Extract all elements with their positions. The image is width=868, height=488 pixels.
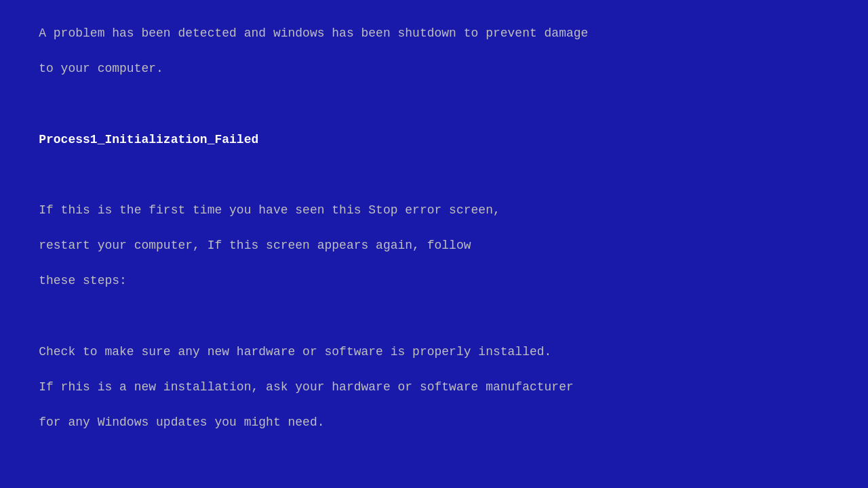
header-line2: to your computer. (39, 62, 163, 75)
para2-line1: Check to make sure any new hardware or s… (39, 345, 551, 359)
para1-line2: restart your computer, If this screen ap… (39, 239, 471, 252)
header-line1: A problem has been detected and windows … (39, 26, 588, 40)
para1-line3: these steps: (39, 274, 127, 287)
para2-line2: If rhis is a new installation, ask your … (39, 380, 574, 394)
error-code: Process1_Initialization_Failed (39, 133, 258, 146)
para1-line1: If this is the first time you have seen … (39, 203, 500, 217)
bsod-screen: A problem has been detected and windows … (0, 0, 868, 488)
para2-line3: for any Windows updates you might need. (39, 415, 324, 429)
